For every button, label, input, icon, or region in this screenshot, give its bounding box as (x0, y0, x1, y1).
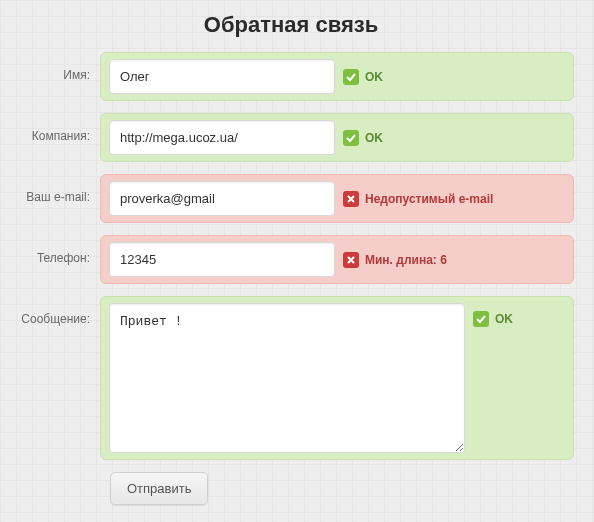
label-phone: Телефон: (8, 235, 100, 265)
phone-input[interactable] (109, 242, 335, 277)
status-company: OK (343, 130, 383, 146)
status-phone: Мин. длина: 6 (343, 252, 447, 268)
row-message: Сообщение: OK (8, 296, 574, 460)
field-box-message: OK (100, 296, 574, 460)
label-message: Сообщение: (8, 296, 100, 326)
label-company: Компания: (8, 113, 100, 143)
status-text: OK (365, 131, 383, 145)
status-text: OK (495, 312, 513, 326)
company-input[interactable] (109, 120, 335, 155)
row-company: Компания: OK (8, 113, 574, 162)
field-box-name: OK (100, 52, 574, 101)
field-box-phone: Мин. длина: 6 (100, 235, 574, 284)
row-email: Ваш e-mail: Недопустимый e-mail (8, 174, 574, 223)
message-textarea[interactable] (109, 303, 465, 453)
status-name: OK (343, 69, 383, 85)
status-email: Недопустимый e-mail (343, 191, 493, 207)
field-box-email: Недопустимый e-mail (100, 174, 574, 223)
submit-button[interactable]: Отправить (110, 472, 208, 505)
check-icon (473, 311, 489, 327)
email-input[interactable] (109, 181, 335, 216)
status-text: OK (365, 70, 383, 84)
row-phone: Телефон: Мин. длина: 6 (8, 235, 574, 284)
status-message: OK (473, 303, 513, 327)
error-icon (343, 191, 359, 207)
check-icon (343, 69, 359, 85)
label-email: Ваш e-mail: (8, 174, 100, 204)
status-text: Мин. длина: 6 (365, 253, 447, 267)
row-name: Имя: OK (8, 52, 574, 101)
status-text: Недопустимый e-mail (365, 192, 493, 206)
check-icon (343, 130, 359, 146)
page-title: Обратная связь (8, 12, 574, 38)
name-input[interactable] (109, 59, 335, 94)
submit-row: Отправить (8, 472, 574, 505)
feedback-form: Обратная связь Имя: OK Компания: OK (0, 0, 594, 505)
error-icon (343, 252, 359, 268)
label-name: Имя: (8, 52, 100, 82)
field-box-company: OK (100, 113, 574, 162)
